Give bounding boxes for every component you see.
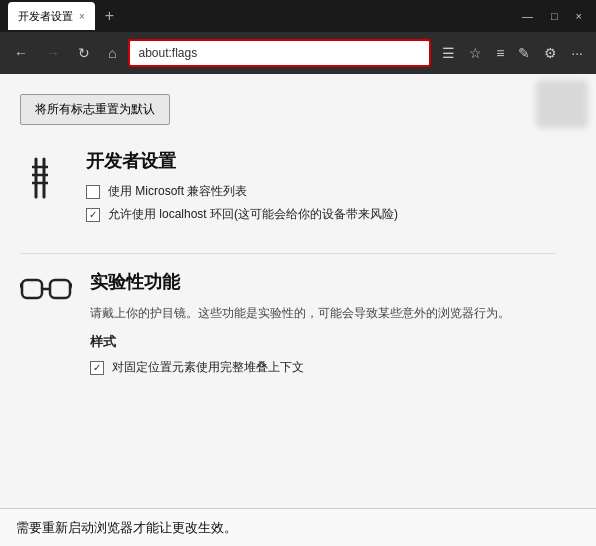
- developer-section-title: 开发者设置: [86, 149, 556, 173]
- checkbox-localhost-check: ✓: [89, 209, 97, 220]
- checkbox-stacking-check: ✓: [93, 362, 101, 373]
- checkbox-row-3: ✓ 对固定位置元素使用完整堆叠上下文: [90, 359, 556, 376]
- reading-list-icon[interactable]: ☰: [437, 41, 460, 65]
- back-button[interactable]: ←: [8, 41, 34, 65]
- experimental-section-title: 实验性功能: [90, 270, 556, 294]
- maximize-button[interactable]: □: [545, 8, 564, 24]
- tab-list: 开发者设置 × +: [8, 2, 512, 30]
- forward-button[interactable]: →: [40, 41, 66, 65]
- refresh-button[interactable]: ↻: [72, 41, 96, 65]
- tab-close-button[interactable]: ×: [79, 11, 85, 22]
- address-bar[interactable]: about:flags: [128, 39, 431, 67]
- more-icon[interactable]: ···: [566, 41, 588, 65]
- window-controls: — □ ×: [516, 8, 588, 24]
- developer-section: 开发者设置 使用 Microsoft 兼容性列表 ✓ 允许使用 localhos…: [20, 149, 556, 229]
- note-icon[interactable]: ✎: [513, 41, 535, 65]
- settings-icon[interactable]: ⚙: [539, 41, 562, 65]
- nav-right-icons: ☰ ☆ ≡ ✎ ⚙ ···: [437, 41, 588, 65]
- hub-icon[interactable]: ≡: [491, 41, 509, 65]
- new-tab-button[interactable]: +: [99, 7, 120, 25]
- developer-section-content: 开发者设置 使用 Microsoft 兼容性列表 ✓ 允许使用 localhos…: [86, 149, 556, 229]
- goggles-icon: [20, 274, 72, 382]
- wrench-icon: [20, 153, 68, 229]
- checkbox-ms-compat[interactable]: [86, 185, 100, 199]
- checkbox-row-1: 使用 Microsoft 兼容性列表: [86, 183, 556, 200]
- avatar: [536, 80, 588, 128]
- active-tab[interactable]: 开发者设置 ×: [8, 2, 95, 30]
- experimental-section-desc: 请戴上你的护目镜。这些功能是实验性的，可能会导致某些意外的浏览器行为。: [90, 304, 556, 323]
- checkbox-ms-compat-label: 使用 Microsoft 兼容性列表: [108, 183, 247, 200]
- checkbox-row-2: ✓ 允许使用 localhost 环回(这可能会给你的设备带来风险): [86, 206, 556, 223]
- svg-rect-6: [50, 280, 70, 298]
- experimental-section-content: 实验性功能 请戴上你的护目镜。这些功能是实验性的，可能会导致某些意外的浏览器行为…: [90, 270, 556, 382]
- home-button[interactable]: ⌂: [102, 41, 122, 65]
- bottom-bar: 需要重新启动浏览器才能让更改生效。: [0, 508, 596, 546]
- title-bar: 开发者设置 × + — □ ×: [0, 0, 596, 32]
- minimize-button[interactable]: —: [516, 8, 539, 24]
- nav-bar: ← → ↻ ⌂ about:flags ☰ ☆ ≡ ✎ ⚙ ···: [0, 32, 596, 74]
- bottom-bar-message: 需要重新启动浏览器才能让更改生效。: [16, 519, 237, 537]
- section-divider: [20, 253, 556, 254]
- tab-title: 开发者设置: [18, 9, 73, 24]
- experimental-section: 实验性功能 请戴上你的护目镜。这些功能是实验性的，可能会导致某些意外的浏览器行为…: [20, 270, 556, 382]
- close-button[interactable]: ×: [570, 8, 588, 24]
- address-text: about:flags: [138, 46, 197, 60]
- favorites-icon[interactable]: ☆: [464, 41, 487, 65]
- style-subsection-title: 样式: [90, 333, 556, 351]
- checkbox-localhost-label: 允许使用 localhost 环回(这可能会给你的设备带来风险): [108, 206, 398, 223]
- checkbox-stacking-label: 对固定位置元素使用完整堆叠上下文: [112, 359, 304, 376]
- checkbox-localhost[interactable]: ✓: [86, 208, 100, 222]
- page-content: 将所有标志重置为默认 开发者设置 使用 Microsoft 兼容性列表: [0, 74, 596, 508]
- reset-flags-button[interactable]: 将所有标志重置为默认: [20, 94, 170, 125]
- svg-rect-5: [22, 280, 42, 298]
- checkbox-stacking[interactable]: ✓: [90, 361, 104, 375]
